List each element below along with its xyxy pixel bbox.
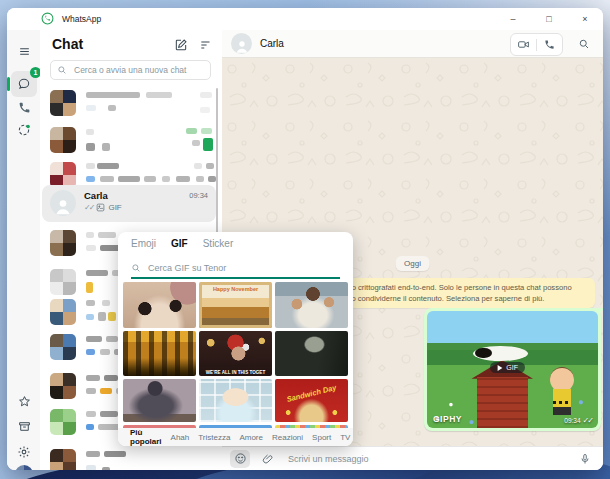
gif-caption: Sandwich Day <box>275 380 348 406</box>
smiley-icon <box>234 452 247 465</box>
search-icon <box>578 38 590 50</box>
filter-icon <box>199 38 213 52</box>
avatar <box>50 334 76 360</box>
gif-category[interactable]: Tristezza <box>198 433 230 442</box>
menu-button[interactable] <box>11 38 37 64</box>
mic-button[interactable] <box>575 450 595 468</box>
starred-messages-button[interactable] <box>11 388 37 414</box>
call-buttons-group <box>510 33 563 56</box>
chat-list-item[interactable] <box>42 449 218 470</box>
search-icon <box>57 65 67 75</box>
snoopy <box>473 346 528 361</box>
avatar <box>50 190 76 216</box>
gif-label: GIF <box>506 364 518 371</box>
gif-thumb-stewie[interactable] <box>199 379 272 422</box>
tab-gif[interactable]: GIF <box>171 238 188 249</box>
avatar <box>50 373 76 399</box>
conversation-header: Carla <box>222 30 603 58</box>
tab-emoji[interactable]: Emoji <box>131 238 156 249</box>
gif-grid: Happy November WE'RE ALL IN THIS TOGET S… <box>123 282 348 428</box>
tab-sticker[interactable]: Sticker <box>203 238 234 249</box>
chat-search-box[interactable] <box>50 60 211 80</box>
status-circle-icon <box>17 123 31 137</box>
charlie-brown-head <box>550 367 574 391</box>
paperclip-icon <box>262 453 274 465</box>
microphone-icon <box>579 453 591 465</box>
window-title: WhatsApp <box>62 14 101 24</box>
date-divider: Oggi <box>395 256 430 271</box>
gif-thumb-sandwich-day[interactable]: Sandwich Day <box>275 379 348 422</box>
chat-list-title: Chat <box>52 36 83 52</box>
compose-icon <box>174 38 188 52</box>
nav-rail: 1 <box>7 30 41 470</box>
profile-button[interactable] <box>11 461 37 470</box>
gif-thumb-skull-mask[interactable] <box>275 331 348 376</box>
charlie-brown-body <box>553 389 572 415</box>
contact-avatar[interactable] <box>231 33 252 54</box>
chat-time: 09:34 <box>189 191 208 200</box>
active-section-indicator <box>7 77 10 91</box>
gif-thumb-happy-november[interactable]: Happy November <box>199 282 272 328</box>
gif-category[interactable]: Sport <box>312 433 331 442</box>
profile-avatar <box>15 465 33 470</box>
voice-call-button[interactable] <box>537 34 562 55</box>
maximize-button[interactable]: □ <box>531 8 567 30</box>
message-input[interactable] <box>286 453 559 465</box>
chat-search-input[interactable] <box>72 64 204 76</box>
search-icon <box>131 263 141 273</box>
chat-preview: GIF <box>108 203 121 212</box>
gif-category[interactable]: Ahah <box>171 433 190 442</box>
read-ticks: ✓✓ <box>84 203 93 212</box>
composer-bar <box>222 446 603 470</box>
person-icon <box>53 196 73 216</box>
gif-thumb-dancing-kid[interactable] <box>275 282 348 328</box>
chat-list-item[interactable] <box>42 127 218 163</box>
hamburger-icon <box>18 45 31 58</box>
chat-list-item-carla[interactable]: Carla 09:34 ✓✓ GIF <box>42 185 216 222</box>
gif-thumb-dog[interactable] <box>123 282 196 328</box>
avatar <box>50 269 76 295</box>
chat-name: Carla <box>84 190 108 201</box>
contact-name[interactable]: Carla <box>260 38 284 49</box>
whatsapp-logo-icon <box>41 12 54 25</box>
media-icon <box>96 203 105 212</box>
outgoing-gif-message[interactable]: GIF GIPHY 09:34 ✓✓ <box>424 308 601 431</box>
chat-bubble-icon <box>17 77 31 91</box>
gif-category[interactable]: Reazioni <box>272 433 303 442</box>
video-call-button[interactable] <box>511 34 536 55</box>
gif-category[interactable]: TV <box>340 433 350 442</box>
whatsapp-window: WhatsApp – □ × 1 <box>7 8 603 470</box>
doghouse <box>477 377 528 428</box>
message-ticks: ✓✓ <box>583 416 592 425</box>
attach-button[interactable] <box>258 450 278 468</box>
star-icon <box>18 395 31 408</box>
video-camera-icon <box>517 38 530 51</box>
new-chat-button[interactable] <box>174 38 188 52</box>
gif-categories-bar: Più popolari Ahah Tristezza Amore Reazio… <box>118 428 353 446</box>
gear-icon <box>17 445 31 459</box>
message-time: 09:34 <box>564 417 580 424</box>
gif-category[interactable]: Amore <box>239 433 263 442</box>
gif-search-box[interactable] <box>131 258 340 279</box>
emoji-button[interactable] <box>230 450 250 468</box>
avatar <box>50 449 76 470</box>
search-in-chat-button[interactable] <box>578 38 590 50</box>
chat-list-item[interactable] <box>42 90 218 126</box>
avatar <box>50 299 76 325</box>
gif-thumb-hoodie[interactable] <box>123 379 196 422</box>
archive-icon <box>18 420 31 433</box>
avatar <box>50 409 76 435</box>
filter-chats-button[interactable] <box>199 38 213 52</box>
titlebar[interactable]: WhatsApp – □ × <box>7 8 603 30</box>
gif-category[interactable]: Più popolari <box>130 428 162 446</box>
gif-play-overlay[interactable]: GIF <box>490 362 525 373</box>
gif-preview[interactable]: GIF GIPHY 09:34 ✓✓ <box>427 311 598 428</box>
minimize-button[interactable]: – <box>495 8 531 30</box>
phone-icon <box>544 39 555 50</box>
archived-chats-button[interactable] <box>11 413 37 439</box>
gif-thumb-christmas-man[interactable]: WE'RE ALL IN THIS TOGET <box>199 331 272 376</box>
close-button[interactable]: × <box>567 8 603 30</box>
nav-status-button[interactable] <box>11 117 37 143</box>
gif-thumb-autumn-forest[interactable] <box>123 331 196 376</box>
gif-search-input[interactable] <box>146 262 340 274</box>
